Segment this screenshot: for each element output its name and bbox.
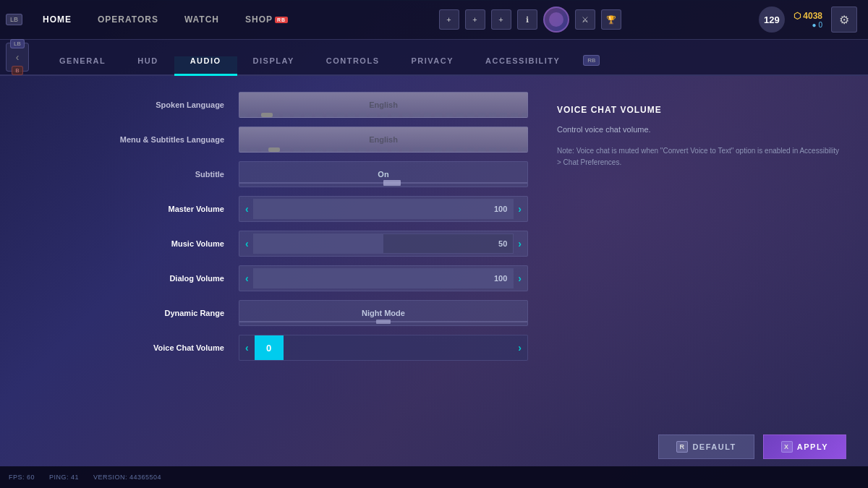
ping-stat: PING: 41 [49,474,79,481]
topbar-right: 129 ⬡ 4038 ● 0 ⚙ [759,7,868,33]
master-volume-fill [254,200,514,218]
subtitle-value: On [378,170,388,179]
dropdown-stripe-2 [239,147,527,152]
lb-tab-badge: LB [10,39,25,48]
default-label: DEFAULT [692,442,736,451]
music-volume-label: Music Volume [36,239,239,248]
music-volume-track: 50 [253,234,514,254]
dropdown-thumb-2 [268,147,280,152]
music-volume-inc[interactable]: › [518,238,522,249]
tab-display[interactable]: DISPLAY [237,56,310,76]
nav-home[interactable]: HOME [30,0,85,40]
nav-shop[interactable]: SHOP RB [232,0,301,40]
tab-general[interactable]: GENERAL [43,56,122,76]
spoken-language-control[interactable]: English [239,92,528,118]
toggle-thumb [383,180,401,186]
shop-badge: RB [275,17,288,23]
subtitle-control[interactable]: On [239,161,528,187]
action-buttons: R DEFAULT X APPLY [658,435,846,459]
spoken-language-value: English [369,100,398,109]
menu-language-label: Menu & Subtitles Language [36,135,239,144]
tab-hud[interactable]: HUD [122,56,174,76]
default-button[interactable]: R DEFAULT [658,435,754,459]
dialog-volume-fill [254,269,514,288]
master-volume-inc[interactable]: › [518,203,522,215]
subtitle-label: Subtitle [36,170,239,179]
info-description: Control voice chat volume. [557,124,839,137]
tab-privacy[interactable]: PRIVACY [395,56,469,76]
rank-number: 129 [764,14,780,25]
topbar-icon-6[interactable]: 🏆 [601,9,621,30]
apply-button[interactable]: X APPLY [763,435,846,459]
topbar-icon-5[interactable]: ⚔ [575,9,595,30]
music-volume-fill [254,234,383,253]
apply-label: APPLY [797,442,828,451]
menu-language-row: Menu & Subtitles Language English [36,125,528,154]
dropdown-thumb [261,113,273,117]
topbar-icon-1[interactable]: + [439,9,459,30]
voice-chat-control: ‹ 0 › [239,335,528,361]
rb-badge: RB [583,55,600,66]
dynamic-range-control[interactable]: Night Mode [239,300,528,326]
dynamic-range-row: Dynamic Range Night Mode [36,299,528,328]
main-content: Spoken Language English Menu & Subtitles… [0,76,868,466]
dialog-volume-inc[interactable]: › [518,273,522,284]
tab-controls[interactable]: CONTROLS [310,56,396,76]
bottom-bar: FPS: 60 PING: 41 VERSION: 44365504 [0,466,868,488]
topbar-center: + + + ℹ ⚔ 🏆 [301,7,759,33]
b-badge: B [12,66,22,75]
default-badge: R [676,441,688,453]
topbar-icon-2[interactable]: + [465,9,485,30]
left-nav-arrow[interactable]: LB ‹ B [6,43,29,72]
subtitle-row: Subtitle On [36,160,528,189]
nav-watch[interactable]: WATCH [171,0,232,40]
gear-button[interactable]: ⚙ [831,7,857,33]
dialog-volume-label: Dialog Volume [36,274,239,283]
toggle-track: On [239,162,527,187]
night-mode-value: Night Mode [362,309,405,317]
voice-chat-inc[interactable]: › [512,342,527,354]
topbar: LB HOME OPERATORS WATCH SHOP RB + + + ℹ … [0,0,868,40]
dialog-volume-dec[interactable]: ‹ [245,273,249,284]
dropdown-stripe [239,113,527,117]
topbar-left: LB HOME OPERATORS WATCH SHOP RB [0,0,301,40]
dialog-volume-control: ‹ 100 › [239,265,528,291]
voice-chat-value: 0 [266,343,271,354]
master-volume-value: 100 [494,205,507,213]
voice-chat-dec[interactable]: ‹ [239,342,255,354]
menu-language-control[interactable]: English [239,127,528,153]
master-volume-track: 100 [253,199,514,219]
currency-block: ⬡ 4038 ● 0 [793,11,822,29]
avatar[interactable] [543,7,569,33]
fps-stat: FPS: 60 [9,474,35,481]
settings-panel: Spoken Language English Menu & Subtitles… [36,90,528,452]
music-volume-dec[interactable]: ‹ [245,238,249,249]
currency-blue: ● 0 [812,21,822,29]
dialog-volume-track: 100 [253,268,514,288]
topbar-icon-3[interactable]: + [491,9,511,30]
nav-operators[interactable]: OPERATORS [85,0,171,40]
topbar-icon-4[interactable]: ℹ [517,9,537,30]
master-volume-dec[interactable]: ‹ [245,203,249,215]
avatar-inner [549,12,563,27]
voice-chat-label: Voice Chat Volume [36,343,239,352]
music-volume-row: Music Volume ‹ 50 › [36,229,528,258]
voice-chat-value-box: 0 [255,335,284,360]
tabbar: LB ‹ B GENERAL HUD AUDIO DISPLAY CONTROL… [0,40,868,76]
voice-chat-row: Voice Chat Volume ‹ 0 › [36,333,528,362]
master-volume-control: ‹ 100 › [239,196,528,222]
dialog-volume-row: Dialog Volume ‹ 100 › [36,264,528,293]
rank-badge: 129 [759,7,785,33]
left-arrow-icon: ‹ [16,51,20,63]
version-stat: VERSION: 44365504 [93,474,161,481]
music-volume-value: 50 [498,239,507,248]
spoken-language-row: Spoken Language English [36,90,528,119]
dialog-volume-value: 100 [494,274,507,283]
apply-badge: X [781,441,793,453]
currency-gold: ⬡ 4038 [793,11,822,21]
tab-accessibility[interactable]: ACCESSIBILITY [469,56,576,76]
tab-audio[interactable]: AUDIO [174,56,237,76]
info-title: VOICE CHAT VOLUME [557,105,839,115]
lb-badge: LB [6,14,22,25]
night-mode-thumb [376,320,391,324]
